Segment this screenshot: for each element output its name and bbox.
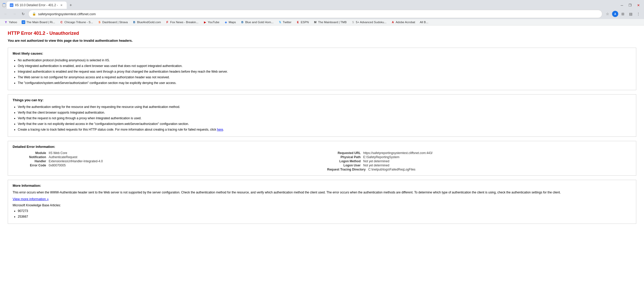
- bookmark-sudoku-label: 5+ Advanced Sudoku...: [356, 21, 387, 24]
- bookmark-youtube[interactable]: ▶ YouTube: [201, 20, 221, 25]
- strava-icon: S: [98, 20, 101, 24]
- list-item: The Web server is not configured for ano…: [18, 75, 631, 80]
- refresh-button[interactable]: ↻: [20, 10, 27, 18]
- list-item: No authentication protocol (including an…: [18, 58, 631, 63]
- forward-button[interactable]: →: [11, 10, 18, 18]
- logon-method-row: Logon Method Not yet determined: [327, 159, 632, 163]
- bookmark-main-board[interactable]: M The Main Board | Ri...: [20, 20, 57, 25]
- module-label: Module: [13, 151, 49, 155]
- bookmark-espn[interactable]: E ESPN: [294, 20, 311, 25]
- tracing-dir-label: Request Tracing Directory: [327, 168, 368, 171]
- more-information-section: More Information: This error occurs when…: [8, 180, 636, 224]
- blueandgold-icon: B: [132, 20, 136, 24]
- handler-label: Handler: [13, 159, 49, 163]
- bookmark-strava-label: Dashboard | Strava: [102, 21, 128, 24]
- tab-favicon: IIS: [10, 3, 13, 7]
- bookmark-blueandgold-label: BlueAndGold.com: [137, 21, 161, 24]
- restore-button[interactable]: ❐: [626, 2, 634, 9]
- bookmark-youtube-label: YouTube: [208, 21, 219, 24]
- bookmark-all[interactable]: All B...: [418, 20, 430, 24]
- nav-actions: ☆ A ⊞ ▤ ⋮: [604, 10, 642, 18]
- physical-path-label: Physical Path: [327, 155, 363, 159]
- bookmark-maps[interactable]: ◆ Maps: [222, 20, 238, 25]
- notification-value: AuthenticateRequest: [49, 155, 77, 159]
- browser-chrome: IIS IIS 10.0 Detailed Error - 401.2 - ✕ …: [0, 0, 644, 26]
- bookmark-main-board-label: The Main Board | Ri...: [26, 21, 55, 24]
- blue-gold-home-icon: B: [241, 20, 244, 24]
- logon-user-value: Not yet determined: [363, 164, 389, 167]
- error-info-right: Requested URL https://safetyreportingsys…: [327, 151, 632, 172]
- list-item: Verify the authentication setting for th…: [18, 105, 631, 109]
- things-to-try-section: Things you can try: Verify the authentic…: [8, 94, 636, 137]
- logon-user-row: Logon User Not yet determined: [327, 164, 632, 167]
- logon-method-value: Not yet determined: [363, 159, 389, 163]
- active-tab[interactable]: IIS IIS 10.0 Detailed Error - 401.2 - ✕: [7, 2, 67, 9]
- error-info-left: Module IIS Web Core Notification Authent…: [13, 151, 317, 172]
- bookmark-maps-label: Maps: [229, 21, 236, 24]
- logon-method-label: Logon Method: [327, 159, 363, 163]
- espn-icon: E: [296, 20, 300, 24]
- bookmark-mainboard-tmb[interactable]: M The Mainboard | TMB: [311, 20, 349, 25]
- bookmark-blue-gold-home[interactable]: B Blue and Gold Hom...: [238, 20, 276, 25]
- things-to-try-title: Things you can try:: [13, 98, 631, 102]
- browser-profile-button[interactable]: A: [612, 10, 619, 18]
- bookmark-blue-gold-home-label: Blue and Gold Hom...: [245, 21, 273, 24]
- error-info-section: Module IIS Web Core Notification Authent…: [13, 151, 631, 172]
- list-item: Only integrated authentication is enable…: [18, 64, 631, 68]
- extensions-button[interactable]: ⊞: [619, 10, 626, 18]
- bookmark-strava[interactable]: S Dashboard | Strava: [96, 20, 130, 25]
- bookmark-foxnews-label: Fox News - Breakin...: [170, 21, 199, 24]
- module-value: IIS Web Core: [49, 151, 67, 155]
- list-item: Create a tracing rule to track failed re…: [18, 127, 631, 132]
- list-item: Integrated authentication is enabled and…: [18, 69, 631, 74]
- profile-avatar: A: [612, 11, 618, 17]
- requested-url-row: Requested URL https://safetyreportingsys…: [327, 151, 632, 155]
- bookmark-espn-label: ESPN: [301, 21, 309, 24]
- kb-item: 253667: [18, 214, 631, 219]
- list-item: The "configuration/system.webServer/auth…: [18, 81, 631, 85]
- sidebar-button[interactable]: ▤: [627, 10, 634, 18]
- bookmark-chicago-tribune-label: Chicago Tribune - S...: [64, 21, 93, 24]
- notification-row: Notification AuthenticateRequest: [13, 155, 317, 159]
- bookmark-twitter[interactable]: 𝕏 Twitter: [276, 20, 294, 25]
- bookmark-foxnews[interactable]: F Fox News - Breakin...: [164, 20, 201, 25]
- close-window-button[interactable]: ✕: [635, 2, 642, 9]
- most-likely-causes-title: Most likely causes:: [13, 52, 631, 55]
- address-bar[interactable]: 🔒 safetyreportingsystemtest.cliffsnet.co…: [28, 10, 602, 18]
- tracing-rule-text: Create a tracing rule to track failed re…: [18, 128, 217, 131]
- tracing-dir-row: Request Tracing Directory C:\inetpub\log…: [327, 168, 632, 171]
- sudoku-icon: S: [351, 20, 355, 24]
- detailed-error-title: Detailed Error Information:: [13, 145, 631, 149]
- new-tab-button[interactable]: +: [67, 2, 74, 9]
- error-title: HTTP Error 401.2 - Unauthorized: [8, 31, 636, 36]
- more-information-text: This error occurs when the WWW-Authentic…: [13, 190, 631, 195]
- kb-articles-list: 907273 253667: [18, 209, 631, 219]
- logon-user-label: Logon User: [327, 164, 363, 167]
- menu-button[interactable]: ⋮: [635, 10, 642, 18]
- bookmark-yahoo-label: Yahoo: [9, 21, 17, 24]
- page-content: HTTP Error 401.2 - Unauthorized You are …: [0, 26, 644, 233]
- more-information-title: More Information:: [13, 184, 631, 188]
- things-to-try-list: Verify the authentication setting for th…: [18, 105, 631, 132]
- handler-row: Handler ExtensionlessUrlHandler-Integrat…: [13, 159, 317, 163]
- bookmark-blueandgold[interactable]: B BlueAndGold.com: [130, 20, 163, 25]
- back-button[interactable]: ←: [2, 10, 9, 18]
- view-more-link[interactable]: View more information »: [13, 197, 49, 201]
- youtube-icon: ▶: [203, 20, 207, 24]
- bookmark-yahoo[interactable]: Y Yahoo: [2, 20, 19, 25]
- requested-url-label: Requested URL: [327, 151, 363, 155]
- bookmark-star-button[interactable]: ☆: [604, 10, 611, 18]
- tab-bar: IIS IIS 10.0 Detailed Error - 401.2 - ✕ …: [2, 2, 74, 9]
- bookmark-sudoku[interactable]: S 5+ Advanced Sudoku...: [349, 20, 389, 25]
- tab-title: IIS 10.0 Detailed Error - 401.2 -: [15, 3, 58, 7]
- maps-icon: ◆: [224, 20, 228, 24]
- minimize-button[interactable]: ─: [618, 2, 625, 9]
- bookmark-adobe[interactable]: A Adobe Acrobat: [389, 20, 417, 25]
- tab-close-button[interactable]: ✕: [59, 3, 64, 7]
- error-code-label: Error Code: [13, 164, 49, 167]
- error-code-row: Error Code 0x80070005: [13, 164, 317, 167]
- notification-label: Notification: [13, 155, 49, 159]
- requested-url-value: https://safetyreportingsystemtest.cliffs…: [363, 151, 433, 155]
- here-link[interactable]: here: [217, 128, 223, 131]
- bookmark-chicago-tribune[interactable]: C Chicago Tribune - S...: [58, 20, 95, 25]
